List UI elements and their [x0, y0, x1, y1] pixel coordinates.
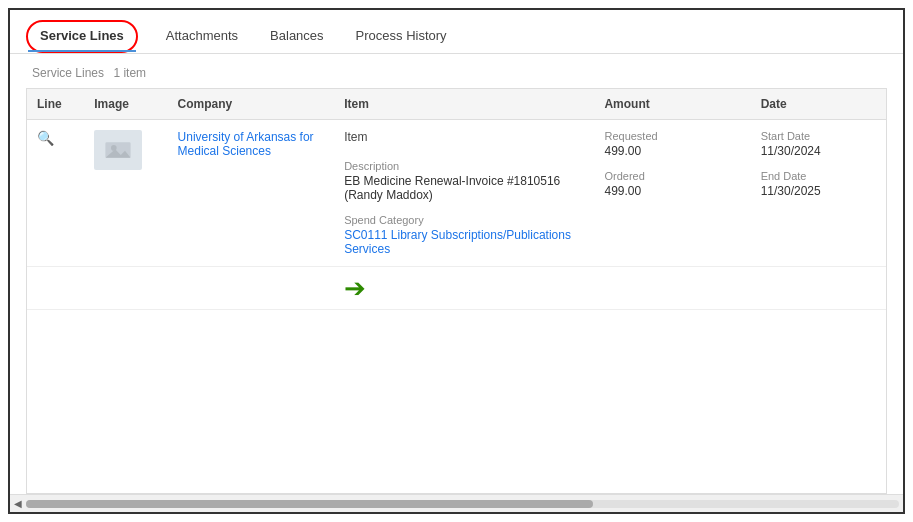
col-header-line: Line — [27, 89, 84, 120]
placeholder-svg — [104, 139, 132, 161]
ordered-value: 499.00 — [604, 184, 740, 198]
section-title-text: Service Lines — [32, 66, 104, 80]
arrow-spacer-date — [751, 267, 886, 310]
tab-process-history-label: Process History — [356, 28, 447, 43]
tab-balances[interactable]: Balances — [266, 20, 327, 53]
description-label: Description — [344, 160, 584, 172]
cell-image — [84, 120, 167, 267]
spend-category-block: Spend Category SC0111 Library Subscripti… — [344, 214, 584, 256]
table-header-row: Line Image Company Item Amount Date — [27, 89, 886, 120]
ordered-label: Ordered — [604, 170, 740, 182]
tab-attachments-label: Attachments — [166, 28, 238, 43]
requested-label: Requested — [604, 130, 740, 142]
content-area: Service Lines 1 item Line Image Company … — [10, 54, 903, 494]
spend-category-label: Spend Category — [344, 214, 584, 226]
end-date-value: 11/30/2025 — [761, 184, 876, 198]
arrow-spacer-left — [27, 267, 334, 310]
end-date-label: End Date — [761, 170, 876, 182]
description-block: Description EB Medicine Renewal-Invoice … — [344, 160, 584, 202]
search-icon[interactable]: 🔍 — [37, 130, 54, 146]
scrollbar-thumb[interactable] — [26, 500, 593, 508]
start-date-value: 11/30/2024 — [761, 144, 876, 158]
tab-service-lines-label: Service Lines — [40, 28, 124, 43]
col-header-date: Date — [751, 89, 886, 120]
cell-line: 🔍 — [27, 120, 84, 267]
cell-date: Start Date 11/30/2024 End Date 11/30/202… — [751, 120, 886, 267]
scroll-left-icon[interactable]: ◀ — [14, 498, 22, 509]
arrow-row: ➔ — [27, 267, 886, 310]
cell-item: Item Description EB Medicine Renewal-Inv… — [334, 120, 594, 267]
tab-bar: Service Lines Attachments Balances Proce… — [10, 10, 903, 54]
tab-process-history[interactable]: Process History — [352, 20, 451, 53]
col-header-amount: Amount — [594, 89, 750, 120]
requested-block: Requested 499.00 — [604, 130, 740, 158]
horizontal-scrollbar[interactable]: ◀ — [10, 494, 903, 512]
section-title: Service Lines 1 item — [26, 66, 887, 80]
service-lines-table-wrapper: Line Image Company Item Amount Date 🔍 — [26, 88, 887, 494]
arrow-spacer-right — [594, 267, 750, 310]
service-lines-table: Line Image Company Item Amount Date 🔍 — [27, 89, 886, 310]
item-label: Item — [344, 130, 584, 144]
col-header-item: Item — [334, 89, 594, 120]
tab-balances-label: Balances — [270, 28, 323, 43]
scrollbar-track[interactable] — [26, 500, 899, 508]
tab-attachments[interactable]: Attachments — [162, 20, 242, 53]
ordered-block: Ordered 499.00 — [604, 170, 740, 198]
main-container: Service Lines Attachments Balances Proce… — [8, 8, 905, 514]
requested-value: 499.00 — [604, 144, 740, 158]
item-image-placeholder — [94, 130, 142, 170]
company-link[interactable]: University of Arkansas for Medical Scien… — [178, 130, 314, 158]
start-date-label: Start Date — [761, 130, 876, 142]
cell-amount: Requested 499.00 Ordered 499.00 — [594, 120, 750, 267]
table-row: 🔍 — [27, 120, 886, 267]
description-value: EB Medicine Renewal-Invoice #1810516 (Ra… — [344, 174, 584, 202]
spend-category-link[interactable]: SC0111 Library Subscriptions/Publication… — [344, 228, 571, 256]
col-header-image: Image — [84, 89, 167, 120]
green-arrow-icon: ➔ — [344, 275, 366, 301]
tab-service-lines[interactable]: Service Lines — [26, 20, 138, 53]
cell-company: University of Arkansas for Medical Scien… — [168, 120, 335, 267]
section-count: 1 item — [113, 66, 146, 80]
svg-point-1 — [111, 145, 117, 151]
col-header-company: Company — [168, 89, 335, 120]
arrow-cell: ➔ — [334, 267, 594, 310]
